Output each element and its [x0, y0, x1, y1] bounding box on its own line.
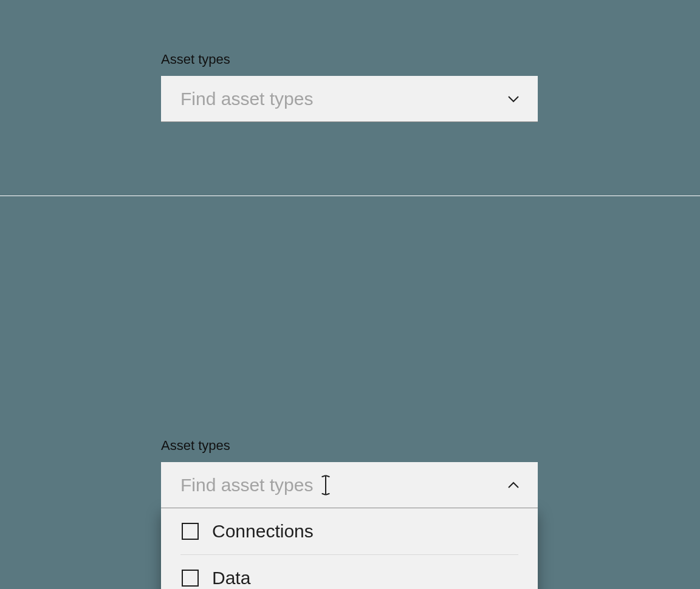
option-connections[interactable]: Connections	[161, 508, 538, 554]
example-panel-open: Asset types Find asset types Connections…	[0, 196, 700, 589]
option-label: Data	[212, 568, 250, 588]
combobox-placeholder: Find asset types	[180, 475, 313, 495]
asset-types-field-closed: Asset types Find asset types	[161, 52, 538, 122]
asset-types-combobox-open[interactable]: Find asset types	[161, 462, 538, 508]
example-panel-closed: Asset types Find asset types	[0, 0, 700, 196]
asset-types-field-open: Asset types Find asset types Connections…	[161, 438, 538, 589]
combobox-placeholder: Find asset types	[180, 89, 505, 109]
asset-types-dropdown: Connections Data Data flows Data visuali…	[161, 508, 538, 589]
checkbox[interactable]	[182, 570, 199, 587]
option-data[interactable]: Data	[161, 555, 538, 589]
field-label: Asset types	[161, 438, 538, 454]
chevron-down-icon[interactable]	[505, 90, 522, 107]
field-label: Asset types	[161, 52, 538, 67]
option-label: Connections	[212, 521, 314, 542]
chevron-up-icon[interactable]	[505, 477, 522, 494]
checkbox[interactable]	[182, 523, 199, 540]
text-cursor-icon	[320, 475, 331, 495]
asset-types-combobox[interactable]: Find asset types	[161, 76, 538, 122]
